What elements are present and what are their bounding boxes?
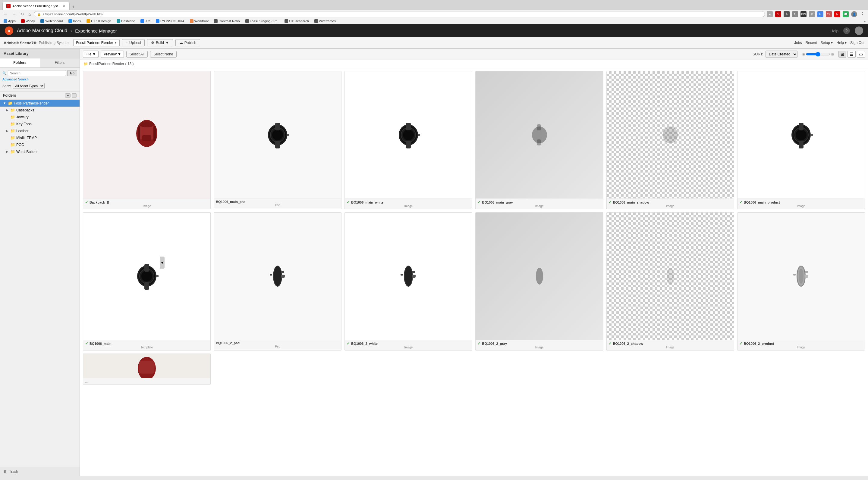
remove-folder-button[interactable]: - [72, 93, 76, 98]
advanced-search-link[interactable]: Advanced Search [2, 77, 77, 81]
user-avatar[interactable] [855, 27, 863, 35]
size-slider[interactable] [806, 52, 830, 57]
publish-icon: ☁ [179, 41, 183, 45]
bookmark-windy[interactable]: Windy [20, 19, 36, 23]
bookmark-dashlane[interactable]: Dashlane [116, 19, 136, 23]
detail-view-button[interactable]: ▭ [857, 51, 865, 58]
asset-card-bq1006-main-shadow[interactable]: ✓ BQ1006_main_shadow Image [607, 71, 734, 209]
pub-system-label: Publishing System [39, 41, 69, 45]
asset-card-bq1006-2-psd[interactable]: BQ1006_2_psd Psd [214, 212, 341, 350]
asset-card-partial[interactable]: ... [83, 353, 211, 384]
folder-item-poc[interactable]: ▶ 📁 POC [0, 141, 80, 148]
select-none-button[interactable]: Select None [150, 51, 176, 58]
svg-rect-37 [156, 275, 158, 277]
back-button[interactable]: ← [2, 11, 9, 17]
asset-type: Image [609, 204, 732, 208]
browser-tab-active[interactable]: S Adobe Scene7 Publishing Syst... ✕ [2, 2, 70, 10]
folder-icon: 📁 [8, 101, 13, 105]
bookmark-contrast-ratio[interactable]: Contrast Ratio [213, 19, 241, 23]
asset-card-bq1006-main-psd[interactable]: BQ1006_main_psd Psd [214, 71, 341, 209]
folder-item-casebacks[interactable]: ▶ 📁 Casebacks [0, 107, 80, 113]
asset-card-bq1006-main-product[interactable]: ✓ BQ1006_main_product Image [737, 71, 865, 209]
build-button[interactable]: ⚙ Build ▼ [147, 39, 173, 46]
select-all-button[interactable]: Select All [126, 51, 148, 58]
bookmark-lyons-jira[interactable]: LYONSCG JIRA [155, 19, 186, 23]
preview-button[interactable]: Preview ▼ [101, 50, 124, 58]
trash-item[interactable]: 🗑 Trash [0, 467, 80, 476]
svg-rect-5 [153, 126, 156, 141]
sort-select[interactable]: Date Created [766, 50, 798, 58]
bookmark-workfront[interactable]: Workfront [189, 19, 210, 23]
bookmark-inbox[interactable]: Inbox [67, 19, 82, 23]
bookmark-fossil-staging[interactable]: Fossil Staging / Pr... [244, 19, 281, 23]
asset-card-bq1006-2-gray[interactable]: ✓ BQ1006_2_gray Image [475, 212, 603, 350]
asset-card-bq1006-main-white[interactable]: ✓ BQ1006_main_white Image [344, 71, 472, 209]
ext-s7-icon[interactable]: S [775, 11, 781, 17]
help-menu[interactable]: Help ▾ [836, 41, 846, 45]
folder-item-key-fobs[interactable]: ▶ 📁 Key Fobs [0, 121, 80, 127]
asset-card-bq1006-2-shadow[interactable]: ✓ BQ1006_2_shadow Image [607, 212, 734, 350]
ext-bw-icon[interactable]: BW [801, 11, 807, 17]
bookmark-ux-research[interactable]: UX Research [283, 19, 310, 23]
publish-button[interactable]: ☁ Publish [176, 39, 200, 46]
asset-card-bq1006-main-gray[interactable]: ✓ BQ1006_main_gray Image [475, 71, 603, 209]
asset-card-bq1006-2-white[interactable]: ✓ BQ1006_2_white Image [344, 212, 472, 350]
asset-info: BQ1006_2_psd Psd [214, 340, 341, 349]
bookmark-star-icon[interactable]: ★ [767, 11, 773, 17]
tab-folders[interactable]: Folders [0, 59, 40, 67]
bookmarks-more-icon[interactable]: » [864, 19, 866, 23]
folder-item-jewelry[interactable]: ▶ 📁 Jewelry [0, 113, 80, 121]
svg-rect-21 [537, 124, 541, 130]
tab-filters[interactable]: Filters [40, 59, 80, 67]
folders-section: Folders + - ▼ 📁 FossilPartnersRender ▶ 📁 [0, 92, 80, 467]
ext-chat-icon[interactable]: 💬 [843, 11, 849, 17]
folder-dropdown[interactable]: Fossil Partners Render ▼ [73, 39, 120, 46]
ext-refresh-icon[interactable]: ↻ [792, 11, 798, 17]
refresh-button[interactable]: ↻ [19, 11, 25, 17]
published-check-icon: ✓ [609, 341, 612, 346]
recent-link[interactable]: Recent [806, 41, 817, 45]
file-button[interactable]: File ▼ [83, 50, 98, 58]
jobs-link[interactable]: Jobs [794, 41, 802, 45]
new-tab-button[interactable]: + [70, 4, 77, 10]
user-avatar-icon[interactable]: 👤 [851, 11, 857, 17]
ext-pen-icon[interactable]: ✎ [784, 11, 789, 17]
folder-item-watchbuilder[interactable]: ▶ 📁 WatchBuilder [0, 148, 80, 155]
address-bar[interactable]: 🔒 s7sps1.scene7.com/IpsWeb/IpsWeb.html [34, 11, 765, 17]
bookmark-jira[interactable]: Jira [139, 19, 152, 23]
forward-button[interactable]: → [11, 11, 18, 17]
asset-card-backpack-b[interactable]: ✓ Backpack_B Image [83, 71, 211, 209]
setup-menu[interactable]: Setup ▾ [821, 41, 833, 45]
pub-brand: Adobe® Scene7® [4, 41, 36, 45]
folder-item-leather[interactable]: ▶ 📁 Leather [0, 127, 80, 134]
search-go-button[interactable]: Go [67, 70, 77, 76]
upload-button[interactable]: ↑ Upload [122, 39, 145, 46]
sidebar-collapse-button[interactable]: ◀ [160, 256, 164, 269]
home-button[interactable]: ⌂ [27, 11, 32, 17]
asset-type-select[interactable]: All Asset Types [13, 83, 44, 89]
bookmark-uxui[interactable]: UX/UI Design [85, 19, 113, 23]
signout-link[interactable]: Sign Out [850, 41, 864, 45]
ext-n-icon[interactable]: N [834, 11, 840, 17]
svg-rect-28 [799, 123, 804, 130]
more-menu-icon[interactable]: ⋮ [860, 11, 866, 17]
notification-badge[interactable]: 0 [843, 27, 850, 34]
grid-view-button[interactable]: ⊞ [838, 51, 846, 58]
search-input[interactable] [8, 70, 66, 76]
add-folder-button[interactable]: + [65, 93, 70, 98]
asset-card-bq1006-2-product[interactable]: ✓ BQ1006_2_product Image [737, 212, 865, 350]
folder-item-misfit-temp[interactable]: ▶ 📁 Misfit_TEMP [0, 134, 80, 141]
folder-item-fossil-partners-render[interactable]: ▼ 📁 FossilPartnersRender [0, 100, 80, 107]
ext-shield-icon[interactable]: 🛡 [826, 11, 832, 17]
help-button[interactable]: Help [830, 29, 838, 33]
ext-g-icon[interactable]: G [817, 11, 824, 17]
bookmark-wireframes[interactable]: Wireframes [313, 19, 337, 23]
ext-settings-icon[interactable]: ⚙ [809, 11, 815, 17]
folder-icon: 📁 [10, 122, 15, 126]
list-view-button[interactable]: ☰ [847, 51, 856, 58]
asset-card-bq1006-main[interactable]: ✓ BQ1006_main Template [83, 212, 211, 350]
browser-extension-icons: ★ S ✎ ↻ BW ⚙ G 🛡 N 💬 👤 ⋮ [767, 11, 866, 17]
bookmark-apps[interactable]: Apps [2, 19, 17, 23]
bookmark-switchboard[interactable]: Switchboard [39, 19, 64, 23]
tab-close-button[interactable]: ✕ [62, 4, 66, 8]
